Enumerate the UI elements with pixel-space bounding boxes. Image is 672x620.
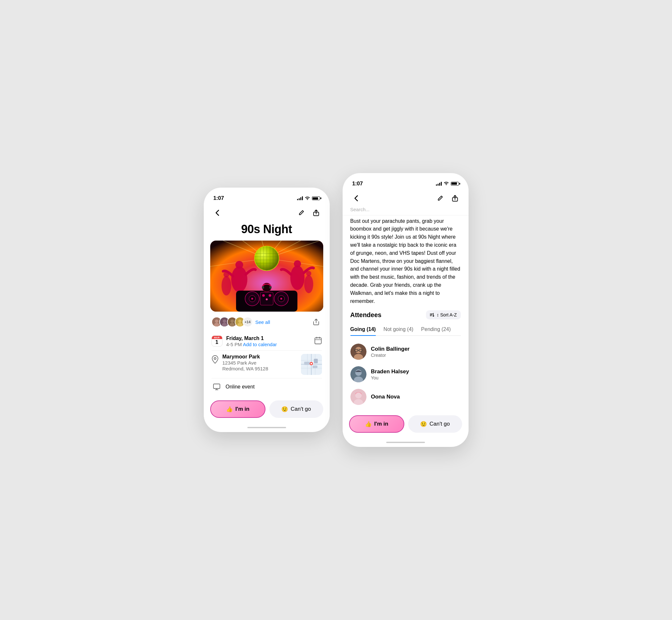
- svg-point-42: [304, 275, 313, 293]
- svg-rect-69: [313, 366, 317, 368]
- svg-point-48: [222, 320, 226, 323]
- share-attendees-btn[interactable]: [310, 316, 322, 328]
- online-event-icon: [211, 382, 222, 392]
- phone-2: 1:07: [343, 173, 469, 447]
- map-thumbnail[interactable]: [301, 354, 322, 375]
- svg-point-24: [290, 265, 305, 290]
- svg-point-40: [221, 276, 231, 296]
- edit-button-1[interactable]: [296, 207, 307, 219]
- event-title: 90s Night: [204, 221, 330, 241]
- calendar-icon: MAR 1: [211, 335, 222, 347]
- edit-button-2[interactable]: [434, 193, 446, 204]
- nav-right-2: [434, 193, 461, 204]
- wifi-icon-2: [444, 181, 449, 186]
- add-calendar-link[interactable]: Add to calendar: [243, 342, 277, 347]
- tab-pending[interactable]: Pending (24): [421, 323, 451, 335]
- cant-go-button-2[interactable]: 😟 Can't go: [408, 415, 462, 433]
- attendee-info-colin: Colin Ballinger Creator: [371, 346, 461, 358]
- share-button-1[interactable]: [310, 207, 322, 219]
- svg-point-78: [355, 347, 362, 353]
- im-in-emoji-2: 👍: [365, 421, 372, 427]
- tab-going[interactable]: Going (14): [350, 323, 376, 335]
- battery-icon-2: [451, 182, 459, 186]
- svg-point-60: [214, 357, 216, 359]
- signal-icon-2: [436, 182, 442, 186]
- back-button-2[interactable]: [350, 193, 362, 204]
- share-button-2[interactable]: [449, 193, 461, 204]
- status-time-1: 1:07: [213, 195, 224, 202]
- svg-point-35: [269, 294, 271, 297]
- home-indicator-1: [204, 423, 330, 432]
- cant-go-button-1[interactable]: 😟 Can't go: [269, 401, 323, 418]
- im-in-emoji-1: 👍: [226, 406, 233, 413]
- svg-point-23: [236, 261, 243, 269]
- svg-point-55: [237, 323, 243, 327]
- attendees-header: Attendees ↕ Sort A-Z: [350, 310, 461, 319]
- attendee-avatar-colin: [350, 344, 366, 360]
- attendees-title: Attendees: [350, 311, 382, 319]
- svg-point-34: [262, 294, 265, 297]
- date-info: Friday, March 1 4-5 PM Add to calendar: [226, 335, 277, 347]
- svg-point-54: [238, 320, 242, 323]
- attendee-info-oona: Oona Nova: [371, 394, 461, 401]
- nav-bar-2: [343, 190, 469, 207]
- svg-point-36: [266, 298, 268, 300]
- svg-point-32: [280, 298, 282, 300]
- svg-point-25: [294, 260, 301, 267]
- im-in-button-1[interactable]: 👍 I'm in: [210, 401, 265, 418]
- svg-point-45: [215, 320, 218, 323]
- back-button-1[interactable]: [211, 207, 223, 219]
- location-info: Marymoor Park 12345 Park Ave Redmond, WA…: [222, 354, 268, 371]
- attendees-section: Attendees ↕ Sort A-Z Going (14): [350, 310, 461, 411]
- avatar-more: +14: [243, 317, 253, 327]
- avatar-stack: +14: [211, 317, 253, 327]
- svg-point-72: [310, 363, 312, 365]
- cant-go-emoji-1: 😟: [281, 406, 288, 413]
- svg-point-46: [214, 323, 219, 327]
- nav-bar-1: [204, 204, 330, 221]
- attendee-item-colin[interactable]: Colin Ballinger Creator: [350, 340, 461, 363]
- sort-button[interactable]: ↕ Sort A-Z: [426, 310, 461, 319]
- status-time-2: 1:07: [352, 180, 363, 187]
- scroll-partial: Search...: [343, 207, 469, 215]
- phone2-main-content: Bust out your parachute pants, grab your…: [343, 215, 469, 412]
- svg-rect-38: [262, 286, 264, 289]
- wifi-icon-1: [305, 196, 310, 201]
- svg-rect-39: [269, 286, 271, 289]
- home-indicator-2: [343, 438, 469, 447]
- attendee-item-oona[interactable]: Oona Nova: [350, 385, 461, 408]
- svg-point-52: [229, 323, 235, 327]
- bottom-buttons-2: 👍 I'm in 😟 Can't go: [343, 411, 469, 438]
- status-icons-1: [297, 196, 320, 201]
- phone-1: 1:07: [204, 188, 330, 432]
- see-all-link[interactable]: See all: [255, 319, 270, 325]
- svg-rect-68: [304, 362, 310, 365]
- attendee-avatar-oona: [350, 389, 366, 405]
- svg-rect-70: [314, 359, 318, 363]
- location-pin-icon: [211, 355, 219, 365]
- svg-point-49: [222, 323, 227, 327]
- bottom-buttons-1: 👍 I'm in 😟 Can't go: [204, 397, 330, 423]
- status-bar-2: 1:07: [343, 173, 469, 190]
- event-description: Bust out your parachute pants, grab your…: [350, 215, 461, 311]
- svg-rect-56: [315, 338, 321, 344]
- svg-point-43: [306, 271, 311, 276]
- attendees-row: +14 See all: [204, 312, 330, 331]
- attendee-item-braden[interactable]: Braden Halsey You: [350, 363, 461, 385]
- svg-point-29: [251, 298, 253, 300]
- svg-point-51: [230, 320, 234, 323]
- event-details: MAR 1 Friday, March 1 4-5 PM Add to cale…: [204, 331, 330, 397]
- svg-point-41: [223, 271, 229, 277]
- location-detail-row: Marymoor Park 12345 Park Ave Redmond, WA…: [211, 351, 322, 378]
- phones-container: 1:07: [204, 173, 469, 447]
- status-bar-1: 1:07: [204, 188, 330, 204]
- add-calendar-icon[interactable]: [314, 337, 322, 346]
- online-event-text: Online event: [226, 384, 255, 390]
- event-image: [210, 241, 323, 312]
- cant-go-emoji-2: 😟: [420, 421, 427, 427]
- im-in-button-2[interactable]: 👍 I'm in: [349, 415, 404, 433]
- nav-right-1: [296, 207, 322, 219]
- battery-icon-1: [312, 196, 320, 200]
- tab-not-going[interactable]: Not going (4): [383, 323, 414, 335]
- date-detail-row: MAR 1 Friday, March 1 4-5 PM Add to cale…: [211, 332, 322, 351]
